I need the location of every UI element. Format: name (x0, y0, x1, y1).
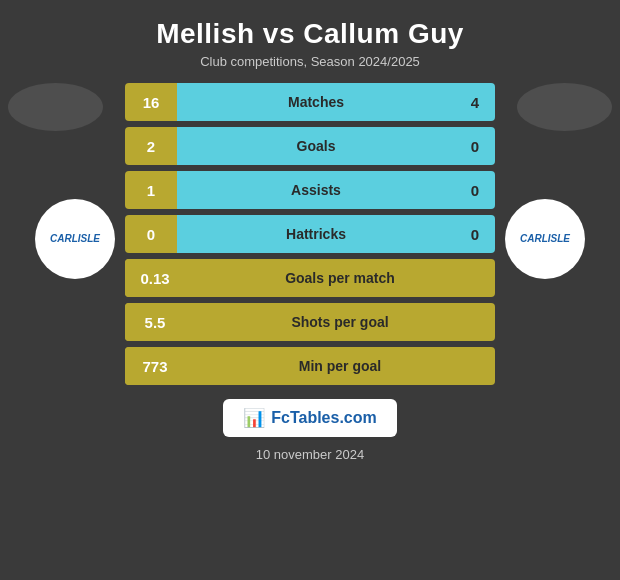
stat-left-goals: 2 (125, 127, 177, 165)
ellipse-left-deco (8, 83, 103, 131)
stat-bar-matches: Matches (177, 83, 455, 121)
stat-label-min-per-goal: Min per goal (185, 358, 495, 374)
stat-label-assists: Assists (291, 182, 341, 198)
stat-label-shots-per-goal: Shots per goal (185, 314, 495, 330)
stat-label-hattricks: Hattricks (286, 226, 346, 242)
logo-left-circle: CARLISLE (35, 199, 115, 279)
stat-row-min-per-goal: 773 Min per goal (125, 347, 495, 385)
stat-row-shots-per-goal: 5.5 Shots per goal (125, 303, 495, 341)
stat-left-matches: 16 (125, 83, 177, 121)
stat-left-hattricks: 0 (125, 215, 177, 253)
stat-row-hattricks: 0 Hattricks 0 (125, 215, 495, 253)
page-title: Mellish vs Callum Guy (10, 18, 610, 50)
stat-label-goals: Goals (297, 138, 336, 154)
stat-right-goals: 0 (455, 127, 495, 165)
stat-row-goals: 2 Goals 0 (125, 127, 495, 165)
stat-row-assists: 1 Assists 0 (125, 171, 495, 209)
logo-right-text: CARLISLE (520, 233, 570, 245)
stat-bar-assists: Assists (177, 171, 455, 209)
logo-left: CARLISLE (25, 199, 125, 279)
ellipse-right-deco (517, 83, 612, 131)
stat-left-shots-per-goal: 5.5 (125, 303, 185, 341)
logo-right: CARLISLE (495, 199, 595, 279)
fctables-badge: 📊 FcTables.com (223, 399, 397, 437)
stat-right-matches: 4 (455, 83, 495, 121)
stat-right-assists: 0 (455, 171, 495, 209)
stat-right-hattricks: 0 (455, 215, 495, 253)
stat-left-goals-per-match: 0.13 (125, 259, 185, 297)
page-subtitle: Club competitions, Season 2024/2025 (10, 54, 610, 69)
stat-left-min-per-goal: 773 (125, 347, 185, 385)
stat-row-matches: 16 Matches 4 (125, 83, 495, 121)
stat-bar-hattricks: Hattricks (177, 215, 455, 253)
page-header: Mellish vs Callum Guy Club competitions,… (0, 0, 620, 75)
footer-date: 10 november 2024 (256, 447, 364, 462)
stats-wrapper: CARLISLE 16 Matches 4 2 Goals 0 1 Assist… (0, 75, 620, 385)
stat-row-goals-per-match: 0.13 Goals per match (125, 259, 495, 297)
stats-container: 16 Matches 4 2 Goals 0 1 Assists 0 0 (125, 83, 495, 385)
stat-bar-goals: Goals (177, 127, 455, 165)
logo-left-text: CARLISLE (50, 233, 100, 245)
stat-label-matches: Matches (288, 94, 344, 110)
logo-right-circle: CARLISLE (505, 199, 585, 279)
stat-left-assists: 1 (125, 171, 177, 209)
badge-text: FcTables.com (271, 409, 377, 427)
chart-icon: 📊 (243, 407, 265, 429)
stat-label-goals-per-match: Goals per match (185, 270, 495, 286)
